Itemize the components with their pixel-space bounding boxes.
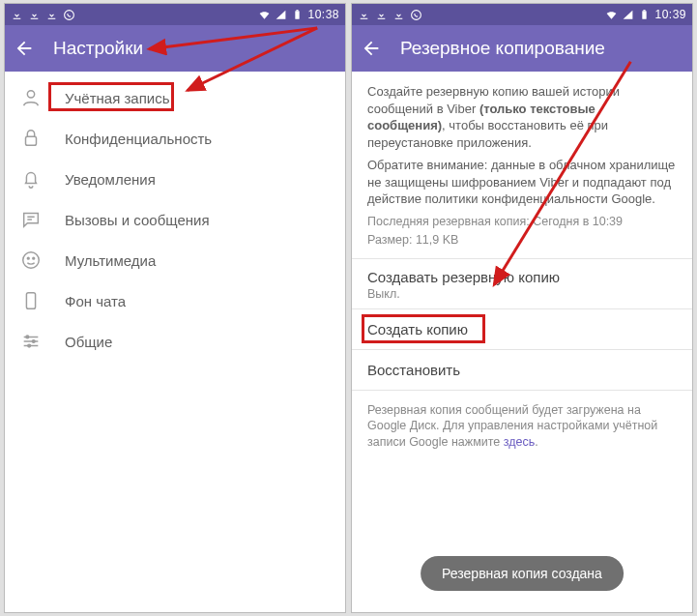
settings-item-label: Уведомления — [65, 171, 156, 188]
svg-point-7 — [33, 257, 35, 259]
backup-footer: Резервная копия сообщений будет загружен… — [352, 391, 692, 461]
download-icon — [392, 9, 405, 21]
sliders-icon — [20, 331, 42, 352]
back-button[interactable] — [360, 37, 383, 60]
download-icon — [375, 9, 388, 21]
svg-point-0 — [65, 10, 74, 19]
svg-rect-15 — [643, 11, 647, 19]
settings-item-calls[interactable]: Вызовы и сообщения — [5, 199, 345, 240]
restore-item[interactable]: Восстановить — [352, 350, 692, 390]
wifi-icon — [605, 9, 618, 21]
svg-rect-4 — [26, 136, 37, 145]
back-button[interactable] — [13, 37, 36, 60]
app-bar: Резервное копирование — [352, 25, 692, 72]
create-backup-item[interactable]: Создать копию — [352, 309, 692, 349]
page-title: Резервное копирование — [400, 38, 605, 59]
backup-description: Создайте резервную копию вашей истории с… — [352, 72, 692, 258]
svg-point-3 — [27, 91, 34, 98]
svg-rect-16 — [644, 10, 646, 11]
status-time: 10:38 — [307, 8, 339, 21]
settings-item-privacy[interactable]: Конфиденциальность — [5, 118, 345, 159]
last-backup: Последняя резервная копия: Сегодня в 10:… — [367, 214, 677, 230]
settings-item-general[interactable]: Общие — [5, 321, 345, 362]
status-bar: 10:39 — [352, 4, 692, 25]
toast-text: Резервная копия создана — [442, 566, 602, 581]
chat-icon — [20, 209, 42, 230]
backup-warning: Обратите внимание: данные в облачном хра… — [367, 158, 675, 206]
download-icon — [45, 9, 58, 21]
user-icon — [20, 87, 42, 108]
download-icon — [28, 9, 41, 21]
download-icon — [358, 9, 370, 21]
item-title: Восстановить — [367, 362, 460, 378]
settings-item-label: Фон чата — [65, 293, 126, 309]
page-title: Настройки — [53, 38, 143, 59]
face-icon — [20, 249, 42, 271]
item-title: Создать копию — [367, 321, 468, 337]
download-icon — [11, 9, 23, 21]
bell-icon — [20, 168, 42, 190]
settings-item-label: Учётная запись — [65, 90, 170, 106]
svg-point-5 — [23, 252, 40, 269]
battery-icon — [291, 9, 304, 21]
svg-point-6 — [27, 257, 29, 259]
settings-item-label: Мультимедиа — [65, 252, 156, 269]
settings-item-notifications[interactable]: Уведомления — [5, 159, 345, 199]
wifi-icon — [258, 9, 271, 21]
status-bar: 10:38 — [5, 4, 345, 25]
schedule-backup-item[interactable]: Создавать резервную копию Выкл. — [352, 259, 692, 308]
footer-text: . — [535, 435, 537, 449]
svg-rect-2 — [297, 10, 299, 11]
viber-icon — [63, 9, 75, 21]
svg-rect-8 — [26, 293, 35, 309]
settings-item-label: Общие — [65, 334, 112, 350]
item-subtitle: Выкл. — [367, 287, 677, 301]
settings-item-media[interactable]: Мультимедиа — [5, 240, 345, 280]
settings-item-label: Вызовы и сообщения — [65, 212, 210, 228]
toast-backup-created: Резервная копия создана — [421, 556, 624, 591]
status-time: 10:39 — [654, 8, 686, 21]
settings-item-background[interactable]: Фон чата — [5, 280, 345, 321]
settings-item-label: Конфиденциальность — [65, 131, 212, 147]
settings-item-account[interactable]: Учётная запись — [5, 77, 345, 118]
item-title: Создавать резервную копию — [367, 269, 677, 285]
viber-icon — [410, 9, 422, 21]
svg-point-14 — [412, 10, 421, 19]
svg-point-10 — [32, 340, 35, 343]
settings-list: Учётная запись Конфиденциальность Уведом… — [5, 72, 345, 362]
svg-point-11 — [28, 344, 31, 347]
svg-rect-1 — [296, 11, 300, 19]
app-bar: Настройки — [5, 25, 345, 72]
backup-size: Размер: 11,9 KB — [367, 232, 677, 249]
signal-icon — [622, 9, 634, 21]
left-phone: 10:38 Настройки Учётная запись Конфиденц… — [4, 3, 346, 613]
lock-icon — [20, 128, 42, 149]
signal-icon — [275, 9, 287, 21]
footer-link[interactable]: здесь — [504, 435, 535, 449]
right-phone: 10:39 Резервное копирование Создайте рез… — [351, 3, 693, 613]
phone-bg-icon — [20, 290, 42, 311]
svg-point-9 — [26, 336, 29, 338]
battery-icon — [638, 9, 651, 21]
